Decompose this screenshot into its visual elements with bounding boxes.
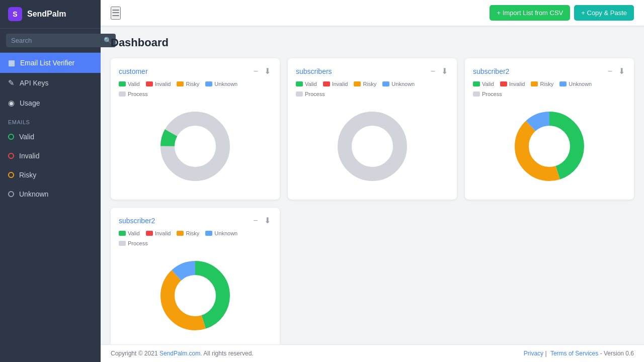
sidebar-item-api-keys[interactable]: ✎ API Keys	[0, 73, 101, 93]
footer-copyright: Copyright © 2021 SendPalm.com. All right…	[111, 350, 254, 357]
sidebar-item-usage[interactable]: ◉ Usage	[0, 93, 101, 113]
unknown-label: Unknown	[19, 190, 48, 198]
card-header-subscribers: subscribers − ⬇	[296, 66, 449, 76]
legend-valid-label: Valid	[482, 81, 494, 87]
logo-icon: S	[8, 7, 22, 21]
rights-text: All rights reserved.	[202, 350, 254, 357]
legend-unknown: Unknown	[559, 81, 592, 87]
chart-icon: ◉	[8, 99, 15, 108]
valid-dot	[8, 134, 14, 140]
page-title: Dashboard	[111, 36, 634, 49]
legend-invalid: Invalid	[500, 81, 525, 87]
logo-letter: S	[13, 10, 17, 18]
legend-risky-label: Risky	[186, 230, 199, 236]
legend-unknown-label: Unknown	[214, 230, 237, 236]
legend-unknown: Unknown	[205, 230, 237, 236]
card-title-customer: customer	[119, 67, 148, 75]
legend-unknown: Unknown	[205, 81, 237, 87]
emails-section-label: Emails	[0, 113, 101, 127]
legend-risky-label: Risky	[363, 81, 376, 87]
download-card-subscriber2-top[interactable]: ⬇	[617, 66, 626, 76]
donut-subscriber2-top	[509, 106, 590, 187]
legend-process: Process	[296, 91, 325, 97]
legend-risky-label: Risky	[186, 81, 199, 87]
minimize-card-subscriber2-bottom[interactable]: −	[252, 216, 259, 225]
unknown-dot	[8, 191, 14, 197]
minimize-card-subscriber2-top[interactable]: −	[607, 66, 613, 76]
legend-risky-label: Risky	[540, 81, 553, 87]
legend-process-label: Process	[128, 240, 148, 246]
card-actions-customer: − ⬇	[253, 66, 272, 76]
card-subscriber2-bottom: subscriber2 − ⬇ Valid Invalid Risky Unkn…	[111, 208, 280, 344]
legend-risky: Risky	[177, 230, 199, 236]
edit-icon: ✎	[8, 78, 15, 87]
minimize-card-customer[interactable]: −	[253, 66, 259, 76]
terms-link[interactable]: Terms of Services	[550, 350, 598, 357]
download-card-subscriber2-bottom[interactable]: ⬇	[263, 216, 272, 225]
sidebar-item-invalid[interactable]: Invalid	[0, 146, 101, 165]
risky-dot	[8, 172, 14, 178]
legend-subscriber2-top: Valid Invalid Risky Unknown Process	[473, 81, 626, 97]
card-header-subscriber2-top: subscriber2 − ⬇	[473, 66, 626, 76]
legend-subscriber2-bottom: Valid Invalid Risky Unknown Process	[119, 230, 272, 246]
footer: Copyright © 2021 SendPalm.com. All right…	[101, 344, 644, 362]
footer-brand-link[interactable]: SendPalm.com.	[159, 350, 202, 357]
legend-process: Process	[473, 91, 502, 97]
logo-area: S SendPalm	[0, 0, 101, 29]
sidebar-item-valid[interactable]: Valid	[0, 127, 101, 146]
download-card-subscribers[interactable]: ⬇	[440, 66, 449, 76]
copyright-text: Copyright © 2021	[111, 350, 159, 357]
card-title-subscribers: subscribers	[296, 67, 332, 75]
legend-unknown-label: Unknown	[391, 81, 415, 87]
legend-unknown: Unknown	[382, 81, 415, 87]
topbar: ☰ + Import List from CSV + Copy & Paste	[101, 0, 644, 26]
search-input[interactable]	[6, 34, 101, 47]
legend-process-label: Process	[305, 91, 325, 97]
legend-customer: Valid Invalid Risky Unknown Process	[119, 81, 272, 97]
legend-valid: Valid	[473, 81, 494, 87]
legend-subscribers: Valid Invalid Risky Unknown Process	[296, 81, 449, 97]
legend-process-label: Process	[128, 91, 148, 97]
legend-risky: Risky	[531, 81, 553, 87]
sidebar-item-email-list-verifier[interactable]: ▦ Email List Verifier	[0, 53, 101, 73]
legend-invalid-label: Invalid	[332, 81, 348, 87]
legend-valid: Valid	[119, 230, 140, 236]
card-subscriber2-top: subscriber2 − ⬇ Valid Invalid Risky Unkn…	[465, 58, 634, 200]
legend-invalid: Invalid	[146, 230, 171, 236]
legend-invalid-label: Invalid	[155, 81, 171, 87]
legend-process: Process	[119, 240, 148, 246]
card-title-subscriber2-bottom: subscriber2	[119, 217, 155, 225]
legend-valid-label: Valid	[305, 81, 317, 87]
legend-unknown-label: Unknown	[214, 81, 237, 87]
legend-valid: Valid	[296, 81, 317, 87]
legend-risky: Risky	[354, 81, 376, 87]
valid-label: Valid	[19, 133, 34, 141]
legend-unknown-label: Unknown	[569, 81, 592, 87]
footer-version: - Version 0.6	[600, 350, 634, 357]
card-customer: customer − ⬇ Valid Invalid Risky Unknown…	[111, 58, 280, 200]
footer-separator: |	[545, 350, 548, 357]
card-actions-subscriber2-top: − ⬇	[607, 66, 626, 76]
privacy-link[interactable]: Privacy	[524, 350, 543, 357]
import-csv-button[interactable]: + Import List from CSV	[490, 5, 570, 21]
chart-customer	[119, 101, 272, 192]
card-title-subscriber2-top: subscriber2	[473, 67, 509, 75]
app-name: SendPalm	[27, 10, 66, 19]
content-area: Dashboard customer − ⬇ Valid Invalid Ris…	[101, 26, 644, 344]
sidebar-item-unknown[interactable]: Unknown	[0, 185, 101, 204]
menu-toggle[interactable]: ☰	[111, 7, 121, 20]
donut-subscriber2-bottom	[155, 255, 235, 336]
footer-links: Privacy | Terms of Services - Version 0.…	[522, 350, 634, 357]
donut-subscribers	[332, 106, 413, 187]
download-card-customer[interactable]: ⬇	[263, 66, 272, 76]
card-subscribers: subscribers − ⬇ Valid Invalid Risky Unkn…	[288, 58, 457, 200]
grid-icon: ▦	[8, 58, 15, 67]
minimize-card-subscribers[interactable]: −	[430, 66, 436, 76]
chart-subscriber2-bottom	[119, 250, 272, 341]
card-header-subscriber2-bottom: subscriber2 − ⬇	[119, 216, 272, 225]
legend-valid: Valid	[119, 81, 140, 87]
donut-customer	[155, 106, 235, 187]
copy-paste-button[interactable]: + Copy & Paste	[574, 5, 634, 21]
search-bar[interactable]: 🔍	[0, 29, 101, 53]
sidebar-item-risky[interactable]: Risky	[0, 165, 101, 185]
